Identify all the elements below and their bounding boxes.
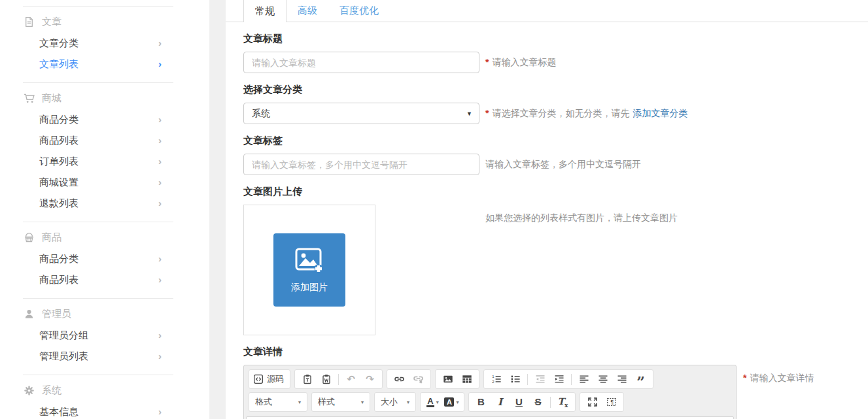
sidebar-item-product-category[interactable]: 商品分类 › (23, 248, 173, 269)
chevron-right-icon: › (158, 199, 162, 208)
toolbar-separator (527, 374, 528, 385)
maximize-button[interactable] (583, 394, 602, 410)
ordered-list-button[interactable]: 1 2 (487, 371, 506, 387)
source-label: 源码 (267, 373, 284, 385)
category-select-value: 系统 (252, 108, 270, 120)
main-content: 常规 高级 百度优化 文章标题 * 请输入文章标题 (226, 0, 868, 419)
image-upload-box: 添加图片 (243, 205, 375, 335)
redo-icon: ↷ (366, 374, 374, 384)
tags-hint: 请输入文章标签，多个用中文逗号隔开 (485, 159, 641, 171)
sidebar-item-basic-info[interactable]: 基本信息 › (23, 401, 173, 419)
basket-icon (24, 232, 35, 243)
tab-label: 高级 (298, 5, 317, 17)
strikethrough-button[interactable]: S (529, 394, 547, 410)
sidebar-item-refund-list[interactable]: 退款列表 › (23, 193, 173, 214)
italic-button[interactable]: I (491, 394, 510, 410)
tab-label: 常规 (255, 5, 275, 18)
sidebar-group-admin-header[interactable]: 管理员 (23, 299, 173, 325)
sidebar-group-system-header[interactable]: 系统 (23, 375, 173, 401)
category-select[interactable]: 系统 ▼ (243, 103, 479, 124)
remove-format-button[interactable]: Tx (553, 394, 572, 410)
tab-baidu-seo[interactable]: 百度优化 (328, 0, 390, 22)
tab-advanced[interactable]: 高级 (286, 0, 328, 22)
title-input[interactable] (243, 52, 479, 73)
align-left-button[interactable] (574, 371, 593, 387)
chevron-right-icon: › (158, 115, 162, 124)
redo-button[interactable]: ↷ (360, 371, 379, 387)
undo-button[interactable]: ↶ (341, 371, 360, 387)
sidebar-item-label: 商品列表 (39, 135, 78, 146)
sidebar-item-article-list[interactable]: 文章列表 › (23, 54, 173, 75)
sidebar-group-mall: 商城 商品分类 › 商品列表 › 订单列表 › 商城设置 › (23, 82, 173, 222)
caret-down-icon: ▾ (436, 399, 439, 405)
sidebar-item-article-category[interactable]: 文章分类 › (23, 33, 173, 54)
strikethrough-icon: S (534, 397, 541, 407)
underline-button[interactable]: U (510, 394, 529, 410)
blockquote-icon: ” (636, 373, 645, 385)
show-blocks-icon: ¶ (606, 397, 617, 407)
sidebar-item-mall-settings[interactable]: 商城设置 › (23, 172, 173, 193)
sidebar-group-label: 管理员 (42, 308, 71, 320)
format-dropdown[interactable]: 格式 ▾ (249, 392, 307, 412)
required-asterisk: * (485, 108, 489, 118)
link-icon (394, 374, 405, 384)
sidebar-group-product-header[interactable]: 商品 (23, 222, 173, 248)
bold-icon: B (477, 397, 485, 407)
unlink-button[interactable] (409, 371, 428, 387)
add-category-link[interactable]: 添加文章分类 (633, 108, 687, 120)
sidebar-item-goods-list[interactable]: 商品列表 › (23, 130, 173, 151)
tab-label: 百度优化 (339, 5, 379, 17)
outdent-icon (535, 374, 546, 384)
paste-word-button[interactable] (317, 371, 336, 387)
sidebar: 文章 文章分类 › 文章列表 › (0, 0, 209, 419)
sidebar-item-order-list[interactable]: 订单列表 › (23, 151, 173, 172)
editor-content-area[interactable] (246, 416, 734, 419)
chevron-right-icon: › (158, 39, 162, 48)
sidebar-item-label: 商品列表 (39, 275, 78, 285)
bulleted-list-button[interactable] (506, 371, 525, 387)
sidebar-item-admin-group[interactable]: 管理员分组 › (23, 325, 173, 346)
outdent-button[interactable] (530, 371, 549, 387)
indent-icon (554, 374, 564, 384)
hint-text: 请输入文章标题 (492, 57, 556, 69)
sidebar-item-label: 管理员列表 (39, 351, 88, 361)
text-color-button[interactable]: A ▾ (423, 394, 442, 410)
paste-text-icon (302, 374, 313, 384)
sidebar-item-label: 商品分类 (39, 254, 78, 264)
sidebar-item-product-list[interactable]: 商品列表 › (23, 269, 173, 290)
sidebar-item-admin-list[interactable]: 管理员列表 › (23, 346, 173, 367)
field-label: 文章图片上传 (243, 186, 868, 198)
svg-text:¶: ¶ (610, 399, 614, 405)
field-article-tags: 文章标签 请输入文章标签，多个用中文逗号隔开 (243, 135, 868, 175)
sidebar-group-mall-header[interactable]: 商城 (23, 83, 173, 109)
indent-button[interactable] (549, 371, 568, 387)
insert-table-button[interactable] (457, 371, 476, 387)
underline-icon: U (515, 397, 523, 407)
align-center-button[interactable] (593, 371, 612, 387)
tags-input[interactable] (243, 154, 479, 175)
insert-image-button[interactable] (438, 371, 457, 387)
styles-dropdown[interactable]: 样式 ▾ (311, 392, 370, 412)
sidebar-group-article-header[interactable]: 文章 (23, 7, 173, 33)
blockquote-button[interactable]: ” (631, 371, 650, 387)
align-right-icon (617, 374, 627, 384)
align-right-button[interactable] (612, 371, 631, 387)
bold-button[interactable]: B (472, 394, 491, 410)
rich-text-editor: 源码 (243, 365, 737, 419)
add-image-button[interactable]: 添加图片 (273, 233, 345, 307)
content-gutter (209, 0, 226, 419)
category-hint: * 请选择文章分类，如无分类，请先 添加文章分类 (485, 108, 687, 120)
text-color-icon: A (426, 397, 434, 407)
admin-page: 文章 文章分类 › 文章列表 › (0, 0, 868, 419)
tab-general[interactable]: 常规 (243, 0, 286, 22)
paste-text-button[interactable] (298, 371, 317, 387)
show-blocks-button[interactable]: ¶ (602, 394, 621, 410)
source-button[interactable]: 源码 (252, 371, 287, 387)
link-button[interactable] (390, 371, 409, 387)
align-center-icon (598, 374, 608, 384)
background-color-button[interactable]: A ▾ (442, 394, 461, 410)
chevron-right-icon: › (158, 331, 162, 340)
sidebar-item-goods-category[interactable]: 商品分类 › (23, 109, 173, 130)
font-size-dropdown[interactable]: 大小 ▾ (374, 392, 416, 412)
image-hint: 如果您选择的列表样式有图片，请上传文章图片 (485, 212, 678, 224)
